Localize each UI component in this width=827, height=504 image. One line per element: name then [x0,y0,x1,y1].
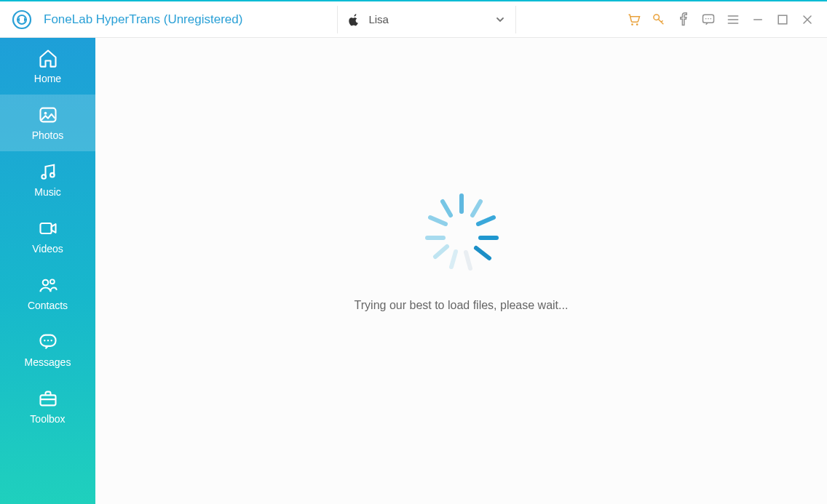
sidebar-item-label: Contacts [28,300,68,311]
cart-icon[interactable] [622,7,646,32]
feedback-icon[interactable] [696,7,721,32]
sidebar-item-contacts[interactable]: Contacts [0,265,95,321]
sidebar-item-home[interactable]: Home [0,38,95,95]
sidebar-item-label: Photos [32,129,64,141]
key-icon[interactable] [646,7,671,32]
videos-icon [38,218,58,239]
svg-line-29 [451,252,456,267]
photos-icon [38,105,58,125]
sidebar-item-videos[interactable]: Videos [0,208,95,265]
svg-line-30 [435,247,447,257]
svg-point-8 [708,17,709,19]
svg-point-12 [44,112,47,115]
svg-line-25 [478,217,494,224]
home-icon [38,48,58,68]
svg-point-9 [711,17,712,19]
close-button[interactable] [795,7,820,32]
sidebar-item-music[interactable]: Music [0,151,95,208]
svg-point-3 [631,23,633,25]
header-right [622,7,827,32]
sidebar-item-label: Messages [25,356,71,368]
sidebar: Home Photos Music Videos [0,38,95,504]
svg-line-28 [466,252,470,268]
app-title: FoneLab HyperTrans (Unregistered) [44,12,242,27]
music-icon [38,161,58,182]
svg-rect-22 [40,395,55,405]
svg-point-20 [47,340,48,341]
sidebar-item-toolbox[interactable]: Toolbox [0,378,95,435]
sidebar-item-label: Videos [32,243,63,255]
maximize-button[interactable] [770,7,795,32]
svg-line-24 [472,201,480,215]
title-bar: FoneLab HyperTrans (Unregistered) Lisa [0,1,827,38]
app-logo-icon [10,8,33,31]
facebook-icon[interactable] [671,7,696,32]
sidebar-item-messages[interactable]: Messages [0,321,95,378]
sidebar-item-label: Music [34,186,61,198]
sidebar-item-label: Toolbox [30,413,65,425]
messages-icon [38,332,58,352]
svg-rect-15 [40,223,51,233]
svg-point-7 [705,17,707,19]
svg-point-14 [50,173,55,177]
contacts-icon [38,275,58,295]
apple-icon [348,13,360,26]
svg-point-4 [636,23,638,25]
svg-point-16 [42,280,47,285]
sidebar-item-label: Home [34,73,61,84]
svg-line-27 [476,248,489,258]
svg-rect-11 [40,108,55,122]
svg-point-0 [13,11,31,28]
svg-point-21 [50,340,52,341]
sidebar-item-photos[interactable]: Photos [0,95,95,151]
minimize-button[interactable] [745,7,770,32]
svg-rect-10 [778,15,787,24]
menu-icon[interactable] [721,7,745,32]
device-selector[interactable]: Lisa [337,6,516,33]
svg-point-13 [41,175,46,179]
main-area: Trying our best to load files, please wa… [95,38,827,504]
svg-point-17 [50,279,54,284]
svg-line-32 [430,217,446,224]
svg-line-33 [443,201,451,215]
chevron-down-icon [495,15,505,25]
device-name: Lisa [368,13,495,25]
toolbox-icon [38,388,58,409]
loading-spinner-icon [418,187,505,274]
loading-text: Trying our best to load files, please wa… [355,299,569,312]
svg-point-19 [44,340,45,341]
